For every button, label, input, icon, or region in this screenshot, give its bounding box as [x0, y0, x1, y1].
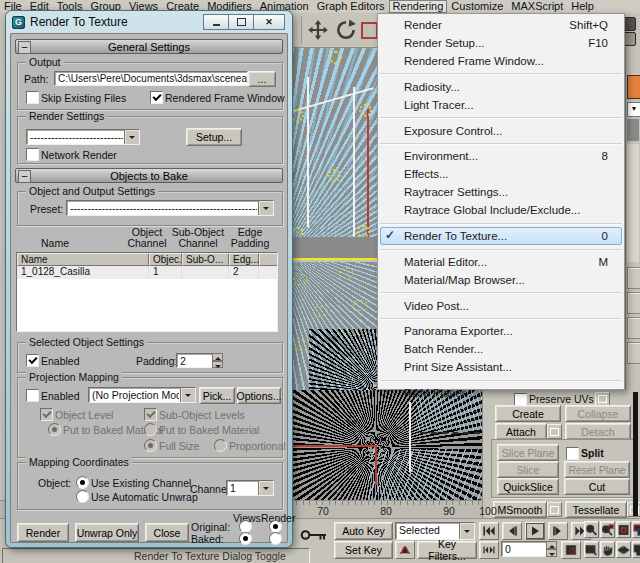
- baked-render-radio[interactable]: [269, 532, 282, 545]
- selection-lock-key-icon[interactable]: [300, 527, 328, 545]
- object-level-checkbox[interactable]: [40, 408, 53, 421]
- stack-tool-button[interactable]: [627, 342, 640, 364]
- options-button[interactable]: Options...: [237, 387, 281, 404]
- browse-button[interactable]: ...: [248, 71, 276, 87]
- menu-item-material-editor[interactable]: Material Editor...M: [378, 253, 624, 271]
- time-ruler[interactable]: 708090100: [290, 501, 482, 519]
- path-field[interactable]: C:\Users\Pere\Documents\3dsmax\sceneasse…: [54, 71, 248, 86]
- put-to-baked-material-sub-radio[interactable]: [144, 423, 157, 436]
- collapse-rollout-icon[interactable]: –: [18, 170, 31, 183]
- stack-tool-button[interactable]: [627, 317, 640, 339]
- collapse-button[interactable]: Collapse: [565, 405, 631, 422]
- menubar-item-help[interactable]: Help: [567, 0, 598, 13]
- objects-to-bake-rollout[interactable]: – Objects to Bake: [15, 168, 283, 183]
- menu-item-effects[interactable]: Effects...: [378, 165, 624, 183]
- msmooth-settings-button[interactable]: [547, 502, 562, 517]
- render-button[interactable]: Render: [17, 523, 69, 542]
- stack-tool-button[interactable]: [627, 292, 640, 314]
- viewport-perspective[interactable]: [285, 390, 482, 500]
- play-icon[interactable]: [525, 522, 545, 540]
- collapse-rollout-icon[interactable]: –: [18, 41, 31, 54]
- minimize-button[interactable]: [203, 14, 229, 30]
- menu-item-environment[interactable]: Environment...8: [378, 147, 624, 165]
- menu-item-raytrace-global-include-exclude[interactable]: Raytrace Global Include/Exclude...: [378, 201, 624, 219]
- skip-existing-checkbox[interactable]: [26, 91, 39, 104]
- use-automatic-unwrap-radio[interactable]: [76, 490, 89, 503]
- menu-item-ram-player[interactable]: RAM Player...: [378, 384, 624, 402]
- menu-item-material-map-browser[interactable]: Material/Map Browser...: [378, 271, 624, 289]
- setup-button[interactable]: Setup...: [186, 128, 242, 146]
- menu-item-batch-render[interactable]: Batch Render...: [378, 340, 624, 358]
- orbit-icon[interactable]: [616, 541, 631, 558]
- key-filters-button[interactable]: Key Filters...: [417, 541, 477, 559]
- maximize-button[interactable]: [228, 14, 254, 30]
- key-mode-toggle-icon[interactable]: [479, 541, 499, 559]
- baked-views-radio[interactable]: [239, 532, 252, 545]
- command-panel-scrollbar[interactable]: [633, 392, 638, 516]
- reset-plane-button[interactable]: Reset Plane: [564, 461, 630, 478]
- table-header-sub-o[interactable]: Sub-O...: [182, 253, 229, 266]
- put-to-baked-material-object-radio[interactable]: [48, 423, 61, 436]
- slice-plane-button[interactable]: Slice Plane: [497, 444, 559, 461]
- detach-button[interactable]: Detach: [565, 423, 631, 440]
- chevron-down-icon[interactable]: [258, 201, 273, 215]
- quickslice-button[interactable]: QuickSlice: [497, 478, 559, 495]
- menu-item-exposure-control[interactable]: Exposure Control...: [378, 122, 624, 140]
- bake-table-row[interactable]: 1_0128_Casilla12: [17, 266, 277, 279]
- table-header-name[interactable]: Name: [17, 253, 149, 266]
- table-header-objec[interactable]: Objec...: [149, 253, 182, 266]
- menubar-item-graph-editors[interactable]: Graph Editors: [313, 0, 389, 13]
- menu-item-video-post[interactable]: Video Post...: [378, 297, 624, 315]
- select-and-scale-icon[interactable]: [361, 22, 378, 39]
- projection-modifier-dropdown[interactable]: (No Projection Modifier): [88, 387, 196, 403]
- next-frame-icon[interactable]: [548, 522, 568, 540]
- close-dialog-button[interactable]: Close: [145, 523, 189, 542]
- chevron-down-icon[interactable]: [258, 481, 273, 495]
- attach-settings-button[interactable]: [547, 424, 562, 439]
- preset-dropdown[interactable]: ----------------------------------------…: [66, 200, 274, 216]
- proportional-radio[interactable]: [214, 439, 227, 452]
- select-and-rotate-icon[interactable]: [335, 19, 357, 41]
- object-color-swatch[interactable]: [627, 75, 640, 99]
- viewport-top[interactable]: [285, 47, 380, 260]
- zoom-icon[interactable]: [584, 521, 599, 538]
- menubar-item-customize[interactable]: Customize: [447, 0, 507, 13]
- slice-button[interactable]: Slice: [497, 461, 559, 478]
- zoom-all-icon[interactable]: [600, 521, 615, 538]
- padding-spinner[interactable]: [212, 353, 223, 368]
- attach-button[interactable]: Attach: [495, 423, 547, 440]
- maximize-viewport-icon[interactable]: [632, 541, 640, 558]
- menu-item-panorama-exporter[interactable]: Panorama Exporter...: [378, 322, 624, 340]
- chevron-down-icon[interactable]: [459, 523, 474, 539]
- zoom-extents-icon[interactable]: [616, 521, 631, 538]
- previous-frame-icon[interactable]: [502, 522, 522, 540]
- network-render-checkbox[interactable]: [26, 148, 39, 161]
- general-settings-rollout[interactable]: – General Settings: [15, 39, 283, 54]
- projection-enabled-checkbox[interactable]: [26, 389, 39, 402]
- go-to-start-icon[interactable]: [479, 522, 499, 540]
- select-and-move-icon[interactable]: [307, 19, 329, 41]
- close-button[interactable]: ✕: [253, 14, 285, 30]
- menubar-item-maxscript[interactable]: MAXScript: [507, 0, 567, 13]
- create-button[interactable]: Create: [495, 405, 561, 422]
- menu-item-rendered-frame-window[interactable]: Rendered Frame Window...: [378, 52, 624, 70]
- auto-key-button[interactable]: Auto Key: [334, 522, 393, 540]
- chevron-down-icon[interactable]: [124, 130, 139, 144]
- split-checkbox[interactable]: [566, 447, 579, 460]
- zoom-extents-all-icon[interactable]: [632, 521, 640, 538]
- menu-item-radiosity[interactable]: Radiosity...: [378, 78, 624, 96]
- table-header-edg[interactable]: Edg...: [229, 253, 259, 266]
- pan-icon[interactable]: [600, 541, 615, 558]
- menu-item-light-tracer[interactable]: Light Tracer...: [378, 96, 624, 114]
- bake-objects-table[interactable]: NameObjec...Sub-O...Edg... 1_0128_Casill…: [16, 252, 278, 332]
- tessellate-button[interactable]: Tessellate: [565, 501, 627, 518]
- menu-item-render-setup[interactable]: Render Setup...F10: [378, 34, 624, 52]
- zoom-region-icon[interactable]: [584, 541, 599, 558]
- menu-item-render-to-texture[interactable]: ✓Render To Texture...0: [380, 227, 622, 245]
- unwrap-only-button[interactable]: Unwrap Only: [75, 523, 139, 542]
- set-key-button[interactable]: Set Key: [334, 541, 393, 559]
- pick-button[interactable]: Pick...: [199, 387, 235, 404]
- render-preset-dropdown[interactable]: ----------------------------------------…: [26, 129, 140, 145]
- chevron-down-icon[interactable]: [180, 388, 195, 402]
- msmooth-button[interactable]: MSmooth: [493, 501, 547, 518]
